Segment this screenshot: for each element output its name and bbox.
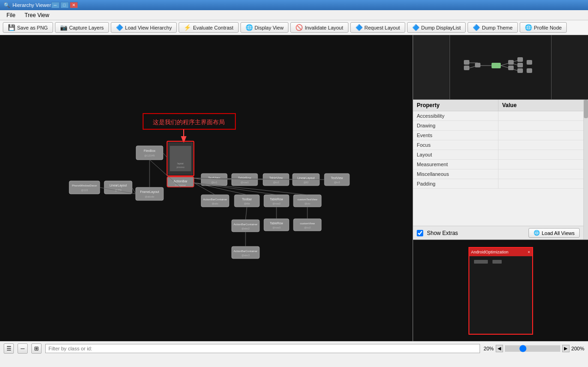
camera-icon: 📷 <box>60 24 67 31</box>
prop-row-drawing[interactable]: Drawing <box>413 121 583 131</box>
svg-rect-16 <box>69 181 100 194</box>
edge <box>163 153 167 157</box>
prop-row-focus[interactable]: Focus <box>413 140 583 150</box>
svg-text:FlexBox: FlexBox <box>144 149 156 152</box>
prop-scrollbar[interactable] <box>583 100 588 240</box>
save-icon: 💾 <box>8 24 15 31</box>
titlebar: 🔍 Hierarchy Viewer ─ □ ✕ <box>0 0 588 10</box>
node-framelayout[interactable]: FrameLayout @abcde <box>136 187 163 200</box>
mini-node <box>508 60 514 65</box>
tooltip-text: 这是我们的程序主界面布局 <box>153 119 225 126</box>
zoom-increase-button[interactable]: ▶ <box>562 345 570 352</box>
svg-text:@ctv: @ctv <box>305 202 311 205</box>
node-customview2[interactable]: customView @cv2 <box>294 219 321 231</box>
svg-text:ActionBarContainer: ActionBarContainer <box>203 198 227 201</box>
mini-node <box>527 68 532 73</box>
node-selected-group[interactable]: layout preview ActionBar Container <box>167 141 194 187</box>
menu-file[interactable]: File <box>2 11 20 19</box>
node-linear-layout[interactable]: LinearLayout @456 <box>104 181 132 194</box>
load-all-views-button[interactable]: 🌐 Load All Views <box>528 228 580 238</box>
svg-text:preview: preview <box>176 166 185 168</box>
svg-rect-37 <box>201 195 229 207</box>
right-panel: Property Value Accessibility Drawing <box>413 35 588 341</box>
zoom-min-label: 20% <box>484 346 494 351</box>
prop-row-events[interactable]: Events <box>413 131 583 140</box>
svg-text:@abc2: @abc2 <box>241 227 250 230</box>
node-customview[interactable]: customTextView @ctv <box>294 195 321 207</box>
request-layout-button[interactable]: 🔷 Request Layout <box>350 22 405 33</box>
node-textview3[interactable]: TextView @tv3 <box>324 174 349 186</box>
save-png-button[interactable]: 💾 Save as PNG <box>3 22 53 33</box>
contrast-icon: ⚡ <box>184 24 191 31</box>
svg-text:@12345: @12345 <box>144 154 155 157</box>
close-button[interactable]: ✕ <box>70 2 78 8</box>
filter-input[interactable] <box>45 344 480 353</box>
prop-row-miscellaneous[interactable]: Miscellaneous <box>413 169 583 179</box>
node-tablerow2[interactable]: TableRow @row2 <box>264 195 289 207</box>
capture-layers-button[interactable]: 📷 Capture Layers <box>55 22 109 33</box>
status-btn-list[interactable]: ☰ <box>4 343 14 354</box>
zoom-slider[interactable] <box>505 345 560 352</box>
status-btn-grid[interactable]: ⊞ <box>31 343 42 354</box>
node-phone-window[interactable]: PhoneWindowDecor @123 <box>69 181 100 194</box>
bottom-preview-close[interactable]: × <box>528 250 530 254</box>
show-extras-label: Show Extras <box>427 230 458 236</box>
preview-center <box>450 35 551 99</box>
svg-text:TableRow: TableRow <box>270 198 283 201</box>
statusbar: ☰ ─ ⊞ 20% ◀ ▶ 200% <box>0 341 588 355</box>
request-icon: 🔷 <box>355 24 363 31</box>
invalidate-icon: 🚫 <box>295 24 303 31</box>
prop-header: Property Value <box>413 100 583 111</box>
svg-text:@tlbr: @tlbr <box>244 202 250 205</box>
node-actionbar-container[interactable]: ActionBarContainer @abc <box>201 195 229 207</box>
minimize-button[interactable]: ─ <box>51 2 60 8</box>
zoom-max-label: 200% <box>571 346 584 351</box>
toolbar-row1: 💾 Save as PNG 📷 Capture Layers 🔷 Load Vi… <box>3 22 288 33</box>
node-toolbar[interactable]: Toolbar @tlbr <box>234 195 259 207</box>
menu-treeview[interactable]: Tree View <box>20 11 54 19</box>
titlebar-controls: ─ □ ✕ <box>51 2 78 8</box>
prop-row-accessibility[interactable]: Accessibility <box>413 111 583 121</box>
load-view-hierarchy-button[interactable]: 🔷 Load View Hierarchy <box>111 22 177 33</box>
node-actionbar-container3[interactable]: ActionBarContainer @abc3 <box>232 247 259 259</box>
load-icon: 🌐 <box>534 230 540 236</box>
svg-text:customTextView: customTextView <box>297 198 318 201</box>
prop-col-value: Value <box>498 100 583 111</box>
mini-node <box>464 66 469 70</box>
maximize-button[interactable]: □ <box>60 2 69 8</box>
prop-row-padding[interactable]: Padding <box>413 179 583 189</box>
dump-theme-button[interactable]: 🔷 Dump Theme <box>468 22 517 33</box>
svg-rect-2 <box>136 146 163 160</box>
node-actionbar-container2[interactable]: ActionBarContainer @abc2 <box>232 220 259 232</box>
svg-rect-55 <box>264 219 289 231</box>
zoom-decrease-button[interactable]: ◀ <box>496 345 503 352</box>
display-view-button[interactable]: 🌐 Display View <box>240 22 289 33</box>
node-flexbox[interactable]: FlexBox @12345 <box>136 146 163 160</box>
svg-rect-52 <box>232 247 259 259</box>
show-extras-checkbox[interactable] <box>417 230 423 236</box>
bottom-preview-label: AndroidOptimization <box>471 250 509 254</box>
toolbar-row2: 🚫 Invalidate Layout 🔷 Request Layout 🔷 D… <box>290 22 567 33</box>
profile-node-button[interactable]: 🌐 Profile Node <box>520 22 567 33</box>
svg-text:@row2: @row2 <box>272 202 281 205</box>
hierarchy-icon: 🔷 <box>116 24 123 31</box>
dump-displaylist-button[interactable]: 🔷 Dump DisplayList <box>407 22 466 33</box>
svg-text:ActionBarContainer: ActionBarContainer <box>234 250 258 253</box>
mini-node <box>517 63 523 67</box>
prop-list[interactable]: Accessibility Drawing Events Focus <box>413 111 583 226</box>
svg-text:FrameLayout: FrameLayout <box>140 190 159 194</box>
status-btn-minus[interactable]: ─ <box>18 343 28 354</box>
svg-rect-34 <box>324 174 349 186</box>
edge-toolbar-abc2 <box>246 207 247 220</box>
dump-dl-icon: 🔷 <box>412 24 420 31</box>
canvas-area[interactable]: 这是我们的程序主界面布局 FlexBox @12345 layout previ… <box>0 35 413 341</box>
titlebar-title: Hierarchy Viewer <box>12 2 51 8</box>
svg-text:@abc: @abc <box>212 202 219 205</box>
evaluate-contrast-button[interactable]: ⚡ Evaluate Contrast <box>179 22 238 33</box>
prop-row-layout[interactable]: Layout <box>413 150 583 160</box>
prop-row-measurement[interactable]: Measurement <box>413 160 583 169</box>
invalidate-layout-button[interactable]: 🚫 Invalidate Layout <box>290 22 348 33</box>
svg-text:@row1: @row1 <box>240 181 249 184</box>
node-tablerow3[interactable]: TableRow @row3 <box>264 219 289 231</box>
menubar: File Tree View <box>0 10 588 20</box>
